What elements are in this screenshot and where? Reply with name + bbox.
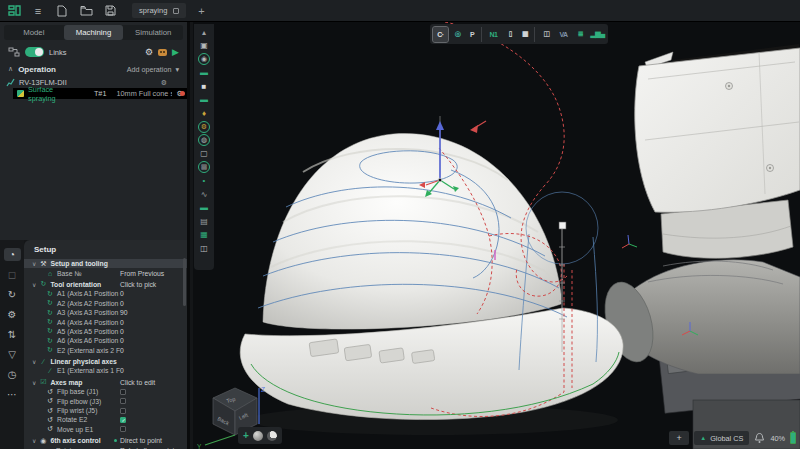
fit-view-icon[interactable]: +	[243, 430, 249, 441]
global-cs-selector[interactable]: ▲ Global CS	[694, 431, 749, 445]
mode-tab[interactable]: Simulation	[123, 25, 183, 40]
chevron-down-icon[interactable]: ∨	[32, 281, 36, 288]
strip-icon[interactable]: ▦	[198, 229, 211, 241]
toolbar-icon[interactable]: N1	[486, 27, 501, 42]
setup-row[interactable]: ∨ ⚒ Setup and tooling	[24, 259, 187, 268]
strip-icon[interactable]: ▣	[198, 40, 211, 52]
operation-settings-icon[interactable]: ⚙	[145, 47, 153, 57]
setup-scrollbar[interactable]	[183, 258, 186, 306]
collapse-icon[interactable]: ∧	[8, 65, 13, 73]
mode-tab[interactable]: Model	[4, 25, 64, 40]
strip-icon[interactable]: ▽	[4, 348, 21, 361]
checkbox[interactable]	[120, 389, 126, 395]
setup-row[interactable]: ∕ E1 (External axis 1 F 0	[24, 366, 187, 375]
chevron-down-icon[interactable]: ∨	[32, 437, 36, 444]
row-value[interactable]: 90	[120, 309, 128, 316]
setup-row[interactable]: ∨ ☑ Axes map Click to edit	[24, 378, 187, 387]
play-icon[interactable]: ▶	[172, 47, 179, 57]
viewport-canvas[interactable]: Top Back Left Z Y	[193, 22, 800, 449]
checkbox[interactable]	[120, 417, 126, 423]
helmet-model[interactable]	[240, 134, 623, 435]
checkbox[interactable]	[120, 408, 126, 414]
strip-icon[interactable]: ▩	[198, 161, 210, 173]
setup-row[interactable]: ↻ E2 (External axis 2 F 0	[24, 346, 187, 355]
strip-icon[interactable]: ⇅	[4, 328, 21, 341]
strip-icon[interactable]: ↻	[4, 288, 21, 301]
row-value[interactable]: 0	[120, 347, 124, 354]
row-value[interactable]: 0	[120, 290, 124, 297]
links-toggle[interactable]	[25, 47, 44, 57]
chevron-down-icon[interactable]: ∨	[32, 379, 36, 386]
toolbar-icon[interactable]: ▦	[520, 27, 535, 42]
strip-icon[interactable]: ■	[198, 80, 211, 92]
setup-row[interactable]: ↺ Flip elbow (J3)	[24, 396, 187, 405]
menu-icon[interactable]: ≡	[30, 4, 46, 18]
setup-row[interactable]: ↻ A4 (Axis A4 Position 0	[24, 317, 187, 326]
chevron-down-icon[interactable]: ∨	[32, 260, 36, 267]
strip-icon[interactable]: •	[198, 175, 211, 187]
setup-row[interactable]: ↻ A5 (Axis A5 Position 0	[24, 327, 187, 336]
save-icon[interactable]	[102, 4, 118, 18]
caret-down-icon[interactable]: ▾	[175, 65, 179, 74]
setup-row[interactable]: ↺ Rotate E2	[24, 415, 187, 424]
strip-icon[interactable]: ◉	[198, 53, 210, 65]
strip-icon[interactable]: ▬	[198, 67, 211, 79]
row-value[interactable]: 0	[120, 328, 124, 335]
row-value[interactable]: 0	[120, 367, 124, 374]
rendered-sphere-icon[interactable]	[267, 431, 277, 441]
strip-icon[interactable]: ⋯	[4, 388, 21, 401]
viewport[interactable]: ▴ ▣ ◉ ▬ ■ ▬ ♦ ⚙ ◍ ▢ ▩ •	[193, 22, 800, 449]
strip-icon[interactable]: ∿	[198, 188, 211, 200]
setup-row[interactable]: ↻ A2 (Axis A2 Position 0	[24, 299, 187, 308]
add-operation-button[interactable]: Add operation ▾	[127, 65, 179, 74]
shaded-sphere-icon[interactable]	[253, 431, 263, 441]
robot-model[interactable]	[597, 44, 800, 449]
setup-row[interactable]: ↺ Flip wrist (J5)	[24, 406, 187, 415]
mode-tab[interactable]: Machining	[64, 25, 124, 40]
notifications-bell-icon[interactable]	[754, 432, 765, 444]
checkbox[interactable]	[120, 426, 126, 432]
strip-icon[interactable]: ▴	[198, 26, 211, 38]
open-file-icon[interactable]	[78, 4, 94, 18]
setup-row[interactable]: ∨ ↻ Tool orientation Click to pick	[24, 280, 187, 289]
document-tab[interactable]: spraying	[132, 3, 186, 18]
row-value[interactable]: 0	[120, 300, 124, 307]
row-value[interactable]: 0	[120, 337, 124, 344]
toolbar-icon[interactable]: ◎	[450, 27, 465, 42]
row-value[interactable]: Click to edit	[120, 379, 155, 386]
toolbar-icon[interactable]: P	[467, 27, 482, 42]
toolbar-icon[interactable]: ▂▆▄	[590, 27, 605, 42]
tree-row-operation[interactable]: Surface spraying T#1 10mm Full cone spr …	[13, 88, 187, 99]
strip-icon[interactable]: ▬	[198, 202, 211, 214]
strip-icon[interactable]: ⚙	[198, 121, 210, 133]
setup-row[interactable]: ↻ A1 (Axis A1 Position 0	[24, 289, 187, 298]
strip-icon[interactable]: ◻	[4, 268, 21, 281]
setup-row[interactable]: ⌂ Base № From Previous	[24, 268, 187, 277]
toolbar-icon[interactable]: C·	[433, 27, 448, 42]
row-value[interactable]: Click to pick	[120, 281, 156, 288]
strip-icon[interactable]: ◷	[4, 368, 21, 381]
setup-row[interactable]: ∨ ∕ Linear physical axes	[24, 357, 187, 366]
toolbar-icon[interactable]: ≣	[573, 27, 588, 42]
strip-icon[interactable]: ▬	[198, 94, 211, 106]
setup-row[interactable]: ∨ ◉ 6th axis control Direct to point	[24, 436, 187, 445]
new-document-button[interactable]: +	[198, 5, 204, 17]
robot-gear-icon[interactable]: ⚙	[161, 79, 167, 87]
strip-icon[interactable]: ◍	[198, 134, 210, 146]
strip-icon[interactable]: ◫	[198, 242, 211, 254]
strip-icon[interactable]: ▤	[198, 215, 211, 227]
checkbox[interactable]	[120, 398, 126, 404]
toolbar-icon[interactable]: ◫	[539, 27, 554, 42]
row-value[interactable]: 0	[120, 319, 124, 326]
setup-row[interactable]: Point Robot elbow point	[24, 445, 187, 449]
row-value[interactable]: Direct to point	[120, 437, 162, 444]
strip-icon[interactable]: ▢	[198, 148, 211, 160]
setup-row[interactable]: ↺ Move up E1	[24, 425, 187, 434]
strip-icon[interactable]: ◔	[4, 248, 21, 261]
setup-row[interactable]: ↻ A6 (Axis A6 Position 0	[24, 336, 187, 345]
strip-icon[interactable]: ⚙	[4, 308, 21, 321]
strip-icon[interactable]: ♦	[198, 107, 211, 119]
tab-preview-icon[interactable]	[173, 8, 179, 14]
chevron-down-icon[interactable]: ∨	[32, 358, 36, 365]
setup-row[interactable]: ↻ A3 (Axis A3 Position 90	[24, 308, 187, 317]
